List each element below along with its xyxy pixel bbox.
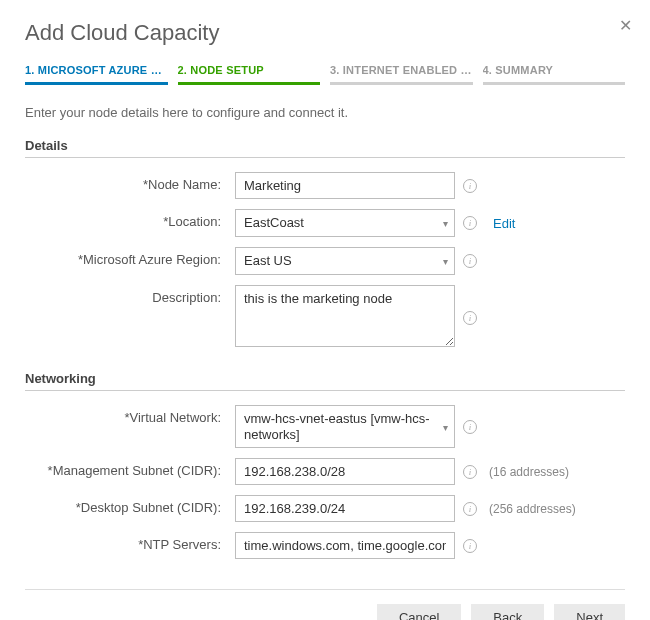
mgmt-subnet-hint: (16 addresses) [489, 465, 569, 479]
label-virtual-network: *Virtual Network: [25, 405, 235, 425]
chevron-down-icon: ▾ [443, 256, 448, 267]
label-ntp-servers: *NTP Servers: [25, 532, 235, 552]
next-button[interactable]: Next [554, 604, 625, 620]
virtual-network-select-value: vmw-hcs-vnet-eastus [vmw-hcs-networks] [244, 411, 432, 442]
info-icon[interactable]: i [463, 465, 477, 479]
location-select-value: EastCoast [244, 215, 304, 231]
virtual-network-select[interactable]: vmw-hcs-vnet-eastus [vmw-hcs-networks] ▾ [235, 405, 455, 448]
label-node-name: *Node Name: [25, 172, 235, 192]
edit-location-link[interactable]: Edit [493, 216, 515, 231]
info-icon[interactable]: i [463, 539, 477, 553]
mgmt-subnet-input[interactable] [235, 458, 455, 485]
description-textarea[interactable] [235, 285, 455, 347]
azure-region-select[interactable]: East US ▾ [235, 247, 455, 275]
desktop-subnet-hint: (256 addresses) [489, 502, 576, 516]
info-icon[interactable]: i [463, 254, 477, 268]
info-icon[interactable]: i [463, 179, 477, 193]
node-name-input[interactable] [235, 172, 455, 199]
info-icon[interactable]: i [463, 311, 477, 325]
section-networking-title: Networking [25, 371, 625, 391]
location-select[interactable]: EastCoast ▾ [235, 209, 455, 237]
wizard-steps: 1. MICROSOFT AZURE SUBSCR… 2. NODE SETUP… [25, 64, 625, 85]
wizard-step-1[interactable]: 1. MICROSOFT AZURE SUBSCR… [25, 64, 168, 85]
info-icon[interactable]: i [463, 216, 477, 230]
page-title: Add Cloud Capacity [25, 20, 625, 46]
intro-text: Enter your node details here to configur… [25, 105, 625, 120]
ntp-servers-input[interactable] [235, 532, 455, 559]
label-azure-region: *Microsoft Azure Region: [25, 247, 235, 267]
cancel-button[interactable]: Cancel [377, 604, 461, 620]
azure-region-select-value: East US [244, 253, 292, 269]
label-desktop-subnet: *Desktop Subnet (CIDR): [25, 495, 235, 515]
wizard-step-4[interactable]: 4. SUMMARY [483, 64, 626, 85]
footer-actions: Cancel Back Next [25, 589, 625, 620]
chevron-down-icon: ▾ [443, 421, 448, 432]
info-icon[interactable]: i [463, 502, 477, 516]
chevron-down-icon: ▾ [443, 218, 448, 229]
close-icon[interactable]: ✕ [619, 16, 632, 35]
info-icon[interactable]: i [463, 420, 477, 434]
label-location: *Location: [25, 209, 235, 229]
label-description: Description: [25, 285, 235, 305]
back-button[interactable]: Back [471, 604, 544, 620]
section-details-title: Details [25, 138, 625, 158]
desktop-subnet-input[interactable] [235, 495, 455, 522]
wizard-step-3[interactable]: 3. INTERNET ENABLED DESKT… [330, 64, 473, 85]
label-mgmt-subnet: *Management Subnet (CIDR): [25, 458, 235, 478]
wizard-step-2[interactable]: 2. NODE SETUP [178, 64, 321, 85]
